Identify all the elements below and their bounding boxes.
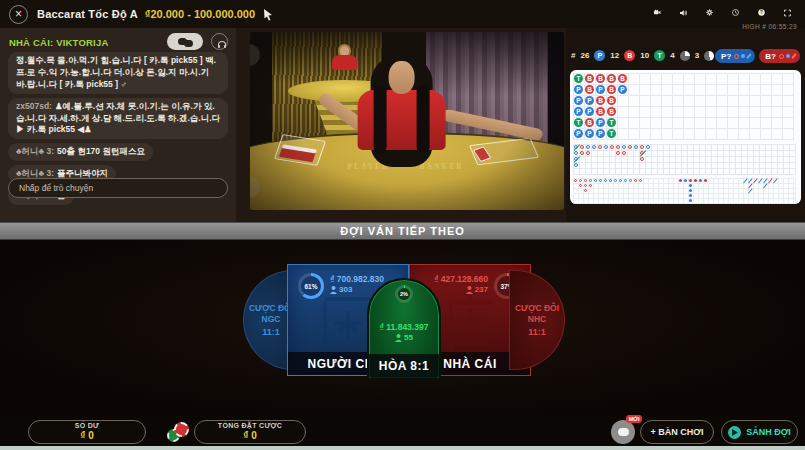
statistics-row: # 26 P 12 B 10 T 4 3 5 — [571, 50, 724, 61]
player-count: 12 — [610, 51, 619, 60]
cursor-icon — [263, 8, 274, 21]
cockroach-road — [743, 178, 788, 203]
chat-bubble-icon-small — [184, 40, 193, 47]
big-eye-icon — [779, 54, 784, 59]
total-bet-display: TỔNG ĐẶT CƯỢC ₫ 0 — [194, 420, 306, 444]
history-icon[interactable] — [726, 3, 745, 22]
chat-input[interactable] — [8, 178, 228, 198]
tie-bet-gauge: 2% — [395, 285, 413, 303]
big-road — [573, 144, 796, 175]
bet-limits: ₫20.000 - 100.000.000 — [145, 8, 255, 20]
balance-value: ₫ 0 — [80, 430, 93, 442]
footer-bar: SỐ DƯ ₫ 0 TỔNG ĐẶT CƯỢC ₫ 0 MỚI + BÀN CH… — [0, 415, 805, 446]
chat-panel: NHÀ CÁI: VIKTORIJA 정.월수.목 몰.아.먹.기 힘.습.니.… — [0, 28, 236, 222]
banker-count: 10 — [640, 51, 649, 60]
chat-message: 정.월수.목 몰.아.먹.기 힘.습.니.다 [ 카.톡 pick55 ] 백.… — [8, 52, 228, 94]
banker-bettors: 237 — [475, 285, 488, 294]
session-info: HIGH # 06:55:29 — [742, 23, 797, 30]
banker-pair-odds: 11:1 — [528, 327, 546, 337]
chips-icon — [167, 422, 189, 442]
chat-toggle-button[interactable] — [167, 33, 203, 50]
small-road — [678, 178, 718, 203]
close-button[interactable]: × — [9, 5, 28, 24]
big-eye-road — [573, 178, 643, 203]
help-icon[interactable]: ? — [752, 3, 771, 22]
player-pair-pie-icon — [680, 51, 690, 61]
panel-collapse-tab[interactable] — [250, 44, 260, 66]
status-banner: ĐỢI VÁN TIẾP THEO — [0, 222, 805, 240]
balance-label: SỐ DƯ — [75, 422, 99, 430]
close-icon: × — [15, 7, 22, 21]
chat-message: ♣허니♣ 3:50출 현170 원턴패스요 — [8, 143, 153, 161]
player-bet-gauge: 61% — [298, 273, 324, 299]
tie-total-amount: ₫ 11.843.397 — [369, 322, 439, 333]
bet-spot-banker-pair[interactable]: CƯỢC ĐÔI NHC 11:1 — [509, 270, 565, 370]
speaker-icon[interactable] — [674, 3, 693, 22]
player-badge: P — [594, 50, 605, 61]
tie-badge: T — [654, 50, 665, 61]
small-road-icon — [741, 54, 745, 58]
tie-bettors: 55 — [404, 333, 413, 342]
baccarat-game-window: × Baccarat Tốc Độ A ₫20.000 - 100.000.00… — [0, 0, 805, 450]
tie-label: HÒA 8:1 — [369, 354, 439, 378]
video-stage: PLAYER BANKER — [236, 28, 566, 222]
banker-badge: B — [624, 50, 635, 61]
chat-message: zx507sd:♟예.볼.루.션 자.체 못.이.기.는 이.유.가 있.습.니… — [8, 98, 228, 140]
game-title: Baccarat Tốc Độ A — [37, 8, 138, 20]
bead-road: TBBBBPBPBPPPBBPPBBTBPTPPPT — [573, 73, 794, 140]
derived-roads — [573, 178, 796, 204]
fullscreen-icon[interactable] — [778, 3, 797, 22]
cockroach-icon — [746, 53, 751, 59]
banker-pair-pie-icon — [704, 51, 714, 61]
bet-spot-tie[interactable]: 2% ₫ 11.843.397 55 HÒA 8:1 — [367, 278, 441, 380]
banker-bet-info: ₫ 427.128.660 237 — [434, 274, 488, 294]
banker-total-amount: ₫ 427.128.660 — [434, 274, 488, 285]
play-icon — [728, 426, 741, 439]
bottom-strip — [0, 446, 805, 450]
player-pair-count: 3 — [695, 51, 699, 60]
small-road-icon — [786, 54, 790, 58]
chat-bubble-icon — [618, 428, 629, 436]
camera-icon[interactable] — [648, 3, 667, 22]
predict-banker-button[interactable]: B? — [759, 49, 800, 63]
total-bet-value: ₫ 0 — [243, 430, 256, 442]
status-text: ĐỢI VÁN TIẾP THEO — [340, 225, 465, 237]
banker-pair-label: CƯỢC ĐÔI NHC — [510, 303, 564, 324]
player-bettors: 303 — [339, 285, 352, 294]
main-row: NHÀ CÁI: VIKTORIJA 정.월수.목 몰.아.먹.기 힘.습.니.… — [0, 28, 805, 222]
balance-display: SỐ DƯ ₫ 0 — [28, 420, 146, 444]
dealer — [348, 55, 458, 210]
player-pair-odds: 11:1 — [262, 327, 280, 337]
settings-icon[interactable] — [700, 3, 719, 22]
cockroach-icon — [791, 53, 796, 59]
banker-hanzi — [441, 291, 499, 353]
total-bet-label: TỔNG ĐẶT CƯỢC — [218, 422, 282, 430]
topbar-icons: ? — [648, 3, 797, 22]
lobby-button[interactable]: SẢNH ĐỢI — [721, 420, 798, 444]
total-count: 26 — [580, 51, 589, 60]
scoreboard-panel: # 26 P 12 B 10 T 4 3 5 P? — [566, 28, 805, 222]
add-table-button[interactable]: + BÀN CHƠI — [640, 420, 714, 444]
big-eye-icon — [734, 54, 739, 59]
roadmap-card[interactable]: TBBBBPBPBPPPBBPPBBTBPTPPPT — [570, 70, 801, 204]
headset-icon — [218, 41, 226, 46]
new-badge: MỚI — [626, 415, 642, 423]
svg-text:?: ? — [760, 10, 763, 15]
player-total-amount: ₫ 700.982.830 — [330, 274, 384, 285]
dealer-name: NHÀ CÁI: VIKTORIJA — [9, 37, 109, 48]
road-predictors: P? B? — [715, 49, 800, 63]
total-hash: # — [571, 51, 575, 60]
bet-spots: CƯỢC ĐÔI NGC 11:1 61% ₫ 700.982.830 303 — [243, 262, 565, 380]
top-bar: × Baccarat Tốc Độ A ₫20.000 - 100.000.00… — [0, 0, 805, 28]
quick-chat-button[interactable]: MỚI — [611, 420, 635, 444]
betting-stage: CƯỢC ĐÔI NGC 11:1 61% ₫ 700.982.830 303 — [0, 240, 805, 415]
tie-bet-info: ₫ 11.843.397 55 — [369, 322, 439, 342]
live-video: PLAYER BANKER — [250, 32, 564, 210]
predict-player-button[interactable]: P? — [715, 49, 755, 63]
support-button[interactable] — [211, 33, 228, 50]
tie-count: 4 — [670, 51, 674, 60]
